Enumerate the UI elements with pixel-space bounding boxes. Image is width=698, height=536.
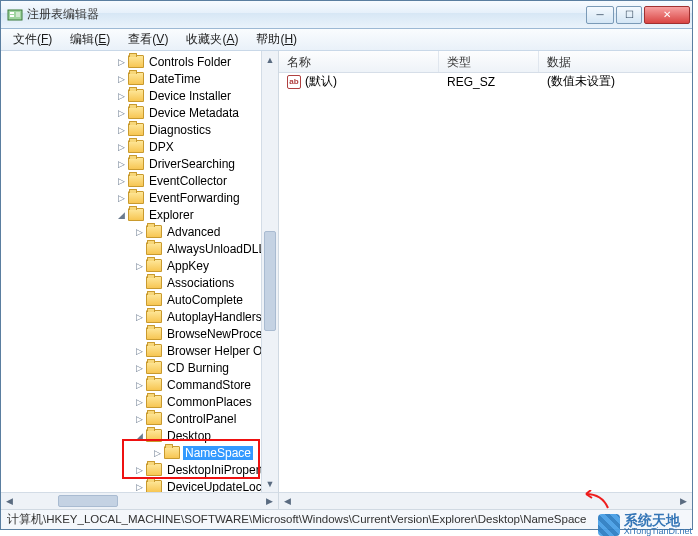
tree-node[interactable]: ▷DesktopIniProperty: [3, 461, 278, 478]
tree-node-label: Advanced: [165, 225, 222, 239]
scroll-up-arrow-icon[interactable]: ▲: [262, 51, 278, 68]
regedit-icon: [7, 7, 23, 23]
tree-node[interactable]: ▷EventCollector: [3, 172, 278, 189]
tree-node[interactable]: ▷ControlPanel: [3, 410, 278, 427]
registry-tree[interactable]: ▷Controls Folder▷DateTime▷Device Install…: [1, 51, 278, 492]
expand-icon[interactable]: ▷: [133, 481, 145, 493]
tree-node-label: AppKey: [165, 259, 211, 273]
expand-icon[interactable]: ▷: [115, 175, 127, 187]
tree-node[interactable]: ▷EventForwarding: [3, 189, 278, 206]
menu-file[interactable]: 文件(F): [5, 29, 60, 50]
tree-node[interactable]: ▷CD Burning: [3, 359, 278, 376]
expand-icon[interactable]: ▷: [115, 90, 127, 102]
folder-icon: [128, 208, 144, 221]
titlebar[interactable]: 注册表编辑器 ─ ☐ ✕: [1, 1, 692, 29]
expand-icon[interactable]: ▷: [133, 362, 145, 374]
expand-icon[interactable]: ▷: [115, 158, 127, 170]
close-button[interactable]: ✕: [644, 6, 690, 24]
list-item[interactable]: ab (默认) REG_SZ (数值未设置): [279, 73, 692, 90]
tree-vertical-scrollbar[interactable]: ▲ ▼: [261, 51, 278, 492]
expand-icon[interactable]: ▷: [151, 447, 163, 459]
folder-icon: [146, 259, 162, 272]
tree-node[interactable]: ▷Diagnostics: [3, 121, 278, 138]
tree-node-label: DeviceUpdateLocati: [165, 480, 276, 493]
menu-edit[interactable]: 编辑(E): [62, 29, 118, 50]
column-type[interactable]: 类型: [439, 51, 539, 72]
tree-pane: ▷Controls Folder▷DateTime▷Device Install…: [1, 51, 279, 509]
expand-icon[interactable]: ▷: [115, 192, 127, 204]
scroll-right-arrow-icon[interactable]: ▶: [261, 496, 278, 506]
folder-icon: [146, 293, 162, 306]
tree-node[interactable]: ▷DriverSearching: [3, 155, 278, 172]
expand-icon[interactable]: ▷: [115, 107, 127, 119]
tree-node-label: CommandStore: [165, 378, 253, 392]
tree-node-label: Explorer: [147, 208, 196, 222]
tree-node[interactable]: ▷AutoComplete: [3, 291, 278, 308]
tree-node[interactable]: ▷NameSpace: [3, 444, 278, 461]
tree-node[interactable]: ▷Device Installer: [3, 87, 278, 104]
tree-node-label: Device Metadata: [147, 106, 241, 120]
folder-icon: [146, 344, 162, 357]
menu-view[interactable]: 查看(V): [120, 29, 176, 50]
expand-icon[interactable]: ▷: [133, 260, 145, 272]
expand-icon[interactable]: ▷: [115, 73, 127, 85]
folder-icon: [128, 157, 144, 170]
tree-node[interactable]: ▷AppKey: [3, 257, 278, 274]
tree-node[interactable]: ▷CommandStore: [3, 376, 278, 393]
expand-icon[interactable]: ▷: [133, 413, 145, 425]
tree-node-label: DriverSearching: [147, 157, 237, 171]
list-horizontal-scrollbar[interactable]: ◀ ▶: [279, 492, 692, 509]
menu-help[interactable]: 帮助(H): [248, 29, 305, 50]
tree-node-label: BrowseNewProcess: [165, 327, 276, 341]
minimize-button[interactable]: ─: [586, 6, 614, 24]
scroll-down-arrow-icon[interactable]: ▼: [262, 475, 278, 492]
expand-icon[interactable]: ▷: [115, 124, 127, 136]
tree-node[interactable]: ▷Controls Folder: [3, 53, 278, 70]
folder-icon: [146, 242, 162, 255]
column-name[interactable]: 名称: [279, 51, 439, 72]
tree-node[interactable]: ▷AlwaysUnloadDLL: [3, 240, 278, 257]
scroll-thumb[interactable]: [264, 231, 276, 331]
folder-icon: [146, 327, 162, 340]
tree-node[interactable]: ▷AutoplayHandlers: [3, 308, 278, 325]
tree-node-label: DPX: [147, 140, 176, 154]
folder-icon: [146, 429, 162, 442]
hscroll-thumb[interactable]: [58, 495, 118, 507]
menu-favorites[interactable]: 收藏夹(A): [178, 29, 246, 50]
tree-node-label: Controls Folder: [147, 55, 233, 69]
window-title: 注册表编辑器: [27, 6, 586, 23]
expand-icon[interactable]: ▷: [133, 396, 145, 408]
value-type: REG_SZ: [439, 74, 539, 90]
folder-icon: [146, 463, 162, 476]
tree-node[interactable]: ▷BrowseNewProcess: [3, 325, 278, 342]
tree-horizontal-scrollbar[interactable]: ◀ ▶: [1, 492, 278, 509]
tree-node[interactable]: ▷Advanced: [3, 223, 278, 240]
collapse-icon[interactable]: ◢: [133, 430, 145, 442]
tree-node[interactable]: ◢Desktop: [3, 427, 278, 444]
tree-node[interactable]: ▷Browser Helper Ob: [3, 342, 278, 359]
content-area: ▷Controls Folder▷DateTime▷Device Install…: [1, 51, 692, 509]
scroll-right-arrow-icon[interactable]: ▶: [675, 496, 692, 506]
tree-node[interactable]: ▷DPX: [3, 138, 278, 155]
tree-node[interactable]: ▷CommonPlaces: [3, 393, 278, 410]
svg-rect-1: [10, 12, 14, 14]
scroll-left-arrow-icon[interactable]: ◀: [279, 496, 296, 506]
tree-node[interactable]: ▷Associations: [3, 274, 278, 291]
tree-node[interactable]: ▷DateTime: [3, 70, 278, 87]
tree-node[interactable]: ▷Device Metadata: [3, 104, 278, 121]
maximize-button[interactable]: ☐: [616, 6, 642, 24]
column-data[interactable]: 数据: [539, 51, 692, 72]
list-body[interactable]: ab (默认) REG_SZ (数值未设置): [279, 73, 692, 492]
tree-node[interactable]: ◢Explorer: [3, 206, 278, 223]
statusbar: 计算机\HKEY_LOCAL_MACHINE\SOFTWARE\Microsof…: [1, 509, 692, 529]
collapse-icon[interactable]: ◢: [115, 209, 127, 221]
tree-node[interactable]: ▷DeviceUpdateLocati: [3, 478, 278, 492]
expand-icon[interactable]: ▷: [133, 379, 145, 391]
expand-icon[interactable]: ▷: [133, 345, 145, 357]
expand-icon[interactable]: ▷: [133, 464, 145, 476]
expand-icon[interactable]: ▷: [133, 311, 145, 323]
expand-icon[interactable]: ▷: [115, 56, 127, 68]
scroll-left-arrow-icon[interactable]: ◀: [1, 496, 18, 506]
expand-icon[interactable]: ▷: [115, 141, 127, 153]
expand-icon[interactable]: ▷: [133, 226, 145, 238]
